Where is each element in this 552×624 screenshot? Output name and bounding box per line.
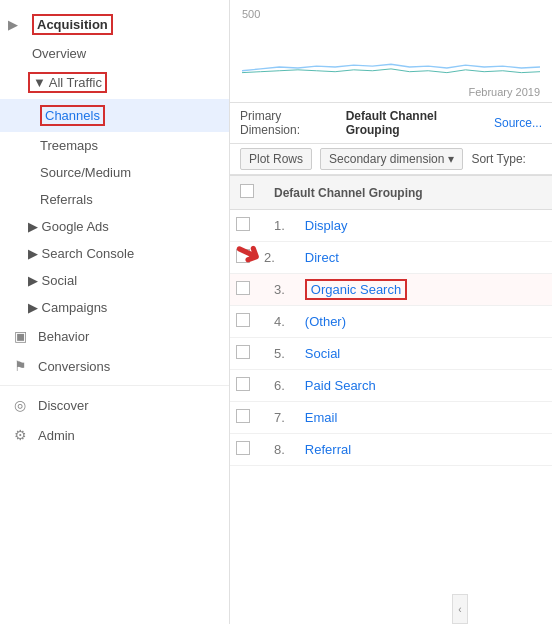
row-channel-link[interactable]: Paid Search <box>305 378 376 393</box>
row-channel-cell: Referral <box>295 434 552 466</box>
row-checkbox-cell <box>230 338 264 370</box>
row-number: 7. <box>264 402 295 434</box>
primary-dim-value: Default Channel Grouping <box>346 109 490 137</box>
chevron-right-icon: ▶ <box>8 18 28 32</box>
row-checkbox[interactable] <box>236 441 250 455</box>
row-channel-link[interactable]: Email <box>305 410 338 425</box>
acquisition-label: Acquisition <box>32 14 113 35</box>
sidebar-item-google-ads[interactable]: ▶ Google Ads <box>0 213 229 240</box>
row-number: 6. <box>264 370 295 402</box>
sidebar-item-behavior[interactable]: ▣ Behavior <box>0 321 229 351</box>
sort-type-label: Sort Type: <box>471 152 525 166</box>
sidebar-item-social[interactable]: ▶ Social <box>0 267 229 294</box>
sidebar-item-source-medium[interactable]: Source/Medium <box>0 159 229 186</box>
controls-bar: Plot Rows Secondary dimension ▾ Sort Typ… <box>230 144 552 175</box>
header-checkbox[interactable] <box>240 184 254 198</box>
row-checkbox-cell <box>230 274 264 306</box>
row-checkbox[interactable] <box>236 313 250 327</box>
dropdown-arrow-icon: ▾ <box>448 152 454 166</box>
row-number: 4. <box>264 306 295 338</box>
main-content: 500 February 2019 Primary Dimension: Def… <box>230 0 552 624</box>
conversions-icon: ⚑ <box>10 358 30 374</box>
table-row: ➜2.Direct <box>230 242 552 274</box>
data-table: Default Channel Grouping 1.Display➜2.Dir… <box>230 175 552 466</box>
row-channel-link[interactable]: Display <box>305 218 348 233</box>
table-row: 3.Organic Search <box>230 274 552 306</box>
channels-label: Channels <box>40 105 105 126</box>
primary-dim-static: Primary Dimension: <box>240 109 342 137</box>
source-link[interactable]: Source... <box>494 116 542 130</box>
header-channel-grouping: Default Channel Grouping <box>264 176 552 210</box>
sidebar-item-acquisition[interactable]: ▶ Acquisition <box>0 8 229 41</box>
source-medium-label: Source/Medium <box>40 165 131 180</box>
row-checkbox[interactable] <box>236 281 250 295</box>
row-checkbox-cell <box>230 434 264 466</box>
overview-label: Overview <box>32 46 86 61</box>
arrow-annotation-cell: ➜2. <box>264 242 295 274</box>
admin-label: Admin <box>38 428 75 443</box>
row-number: 2. <box>264 250 275 265</box>
treemaps-label: Treemaps <box>40 138 98 153</box>
row-channel-cell: Direct <box>295 242 552 274</box>
plot-rows-button[interactable]: Plot Rows <box>240 148 312 170</box>
social-label: ▶ Social <box>28 273 77 288</box>
row-channel-link[interactable]: (Other) <box>305 314 346 329</box>
row-channel-link[interactable]: Social <box>305 346 340 361</box>
row-checkbox-cell <box>230 306 264 338</box>
behavior-icon: ▣ <box>10 328 30 344</box>
table-row: 7.Email <box>230 402 552 434</box>
chart-y-label: 500 <box>242 8 540 20</box>
primary-dimension-bar: Primary Dimension: Default Channel Group… <box>230 103 552 144</box>
table-row: 4.(Other) <box>230 306 552 338</box>
discover-label: Discover <box>38 398 89 413</box>
sidebar-item-discover[interactable]: ◎ Discover <box>0 390 229 420</box>
secondary-dimension-dropdown[interactable]: Secondary dimension ▾ <box>320 148 463 170</box>
row-number: 8. <box>264 434 295 466</box>
sidebar-item-all-traffic[interactable]: ▼ All Traffic <box>0 66 229 99</box>
sidebar-item-referrals[interactable]: Referrals <box>0 186 229 213</box>
table-body: 1.Display➜2.Direct3.Organic Search4.(Oth… <box>230 210 552 466</box>
table-row: 5.Social <box>230 338 552 370</box>
table-row: 1.Display <box>230 210 552 242</box>
sidebar-item-campaigns[interactable]: ▶ Campaigns <box>0 294 229 321</box>
row-channel-link[interactable]: Direct <box>305 250 339 265</box>
table-row: 6.Paid Search <box>230 370 552 402</box>
row-channel-cell: Organic Search <box>295 274 552 306</box>
row-checkbox-cell <box>230 402 264 434</box>
row-checkbox-cell <box>230 242 264 274</box>
row-checkbox[interactable] <box>236 345 250 359</box>
behavior-label: Behavior <box>38 329 89 344</box>
row-checkbox[interactable] <box>236 409 250 423</box>
sidebar-collapse-button[interactable]: ‹ <box>452 594 468 624</box>
chart-area: 500 February 2019 <box>230 0 552 103</box>
row-checkbox-cell <box>230 370 264 402</box>
table-row: 8.Referral <box>230 434 552 466</box>
all-traffic-label: ▼ All Traffic <box>28 72 107 93</box>
campaigns-label: ▶ Campaigns <box>28 300 107 315</box>
sidebar-item-search-console[interactable]: ▶ Search Console <box>0 240 229 267</box>
row-checkbox[interactable] <box>236 249 250 263</box>
row-channel-cell: Display <box>295 210 552 242</box>
google-ads-label: ▶ Google Ads <box>28 219 109 234</box>
row-channel-cell: Email <box>295 402 552 434</box>
sidebar-item-conversions[interactable]: ⚑ Conversions <box>0 351 229 381</box>
row-channel-cell: Social <box>295 338 552 370</box>
chart-svg <box>242 24 540 84</box>
row-channel-link[interactable]: Referral <box>305 442 351 457</box>
row-number: 5. <box>264 338 295 370</box>
discover-icon: ◎ <box>10 397 30 413</box>
row-channel-link[interactable]: Organic Search <box>305 279 407 300</box>
sidebar-item-channels[interactable]: Channels <box>0 99 229 132</box>
secondary-dim-label: Secondary dimension <box>329 152 444 166</box>
sidebar-item-treemaps[interactable]: Treemaps <box>0 132 229 159</box>
row-checkbox[interactable] <box>236 217 250 231</box>
referrals-label: Referrals <box>40 192 93 207</box>
header-checkbox-col <box>230 176 264 210</box>
row-checkbox-cell <box>230 210 264 242</box>
sidebar-item-admin[interactable]: ⚙ Admin <box>0 420 229 450</box>
sidebar: ▶ Acquisition Overview ▼ All Traffic Cha… <box>0 0 230 624</box>
sidebar-item-overview[interactable]: Overview <box>0 41 229 66</box>
chevron-left-icon: ‹ <box>458 604 461 615</box>
row-checkbox[interactable] <box>236 377 250 391</box>
search-console-label: ▶ Search Console <box>28 246 134 261</box>
